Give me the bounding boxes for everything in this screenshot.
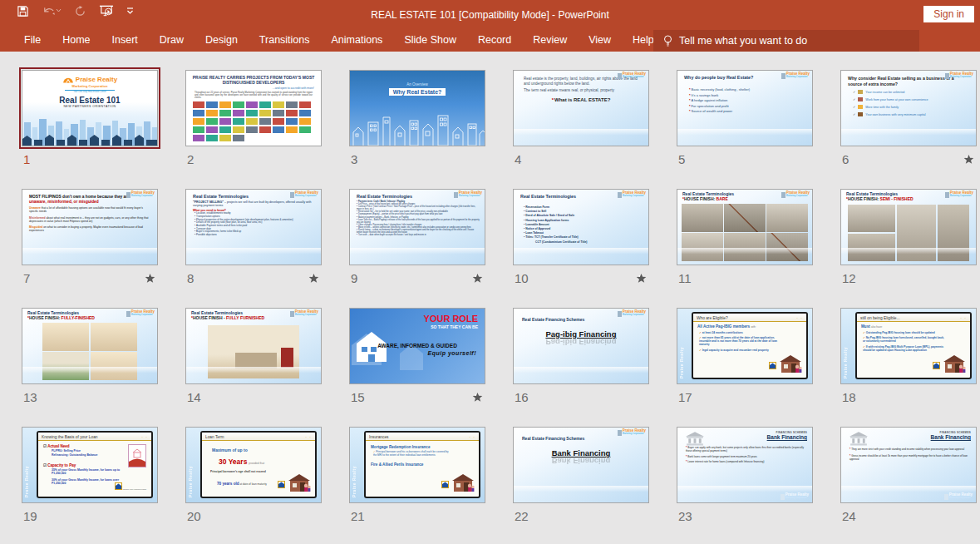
photo: [682, 204, 723, 232]
brand-sub: Marketing Corporation: [623, 195, 646, 198]
section-title: Actual Need: [47, 444, 70, 448]
slide-thumbnail-19[interactable]: Praise Realty Knowing the Basis of your …: [22, 427, 158, 503]
para-text: that a lot of affordable housing options…: [29, 206, 143, 213]
briefcase-icon: [858, 112, 863, 116]
praise-realty-mini-logo: Praise RealtyMarketing Corporation: [945, 191, 973, 198]
brand-sub: Marketing Corporation: [22, 85, 157, 89]
slide-thumbnail-2[interactable]: PRAISE REALTY CARRIES PROJECTS FROM TODA…: [185, 70, 322, 146]
status-text: FULLY-FINISHED: [62, 315, 95, 320]
item-text: Outstanding Pag-IBIG housing loan should…: [866, 331, 935, 334]
slide-thumbnail-11[interactable]: Praise RealtyMarketing Corporation Real …: [677, 189, 813, 265]
slide-thumbnail-4[interactable]: Praise RealtyMarketing Corporation Real …: [513, 70, 649, 146]
start-from-beginning-button[interactable]: [99, 4, 114, 17]
content-panel: Who are Eligible?· · All Active Pag-IBIG…: [692, 312, 808, 379]
photo: [42, 323, 89, 351]
praise-realty-mini-logo: Praise RealtyMarketing Corporation: [944, 493, 973, 500]
tab-insert[interactable]: Insert: [101, 30, 149, 52]
slide-body: Throughout our 22 years of service, Prai…: [195, 91, 313, 100]
house-family-illustration: [778, 354, 803, 374]
bullet: *Source of wealth and power: [689, 109, 812, 113]
slide-line-3: AWARE, INFORMED & GUIDED: [350, 343, 485, 349]
bullet-marker: •: [524, 219, 524, 222]
slide-thumbnail-6[interactable]: Praise RealtyMarketing Corporation Why c…: [840, 70, 977, 146]
tab-file[interactable]: File: [13, 30, 52, 52]
undo-button[interactable]: [42, 5, 62, 17]
slide-thumbnail-16[interactable]: Praise RealtyMarketing Corporation Real …: [513, 308, 649, 384]
bullet: •Deed of Absolute Sale / Deed of Sale: [524, 214, 648, 217]
animation-star-icon: [308, 273, 319, 284]
developer-logos-collage: [192, 101, 315, 142]
bullet-text: Gross income should be at least 3x more …: [849, 454, 968, 461]
tab-draw[interactable]: Draw: [149, 30, 195, 52]
slide-thumbnail-5[interactable]: Praise RealtyMarketing Corporation Why d…: [677, 70, 813, 146]
tab-transitions[interactable]: Transitions: [249, 30, 321, 52]
slide-thumbnail-22[interactable]: Praise RealtyMarketing Corporation Real …: [513, 427, 649, 503]
slide-thumbnail-20[interactable]: Praise Realty Loan Term· · Maximum of up…: [185, 427, 322, 503]
lightbulb-icon: [663, 35, 672, 47]
check-item: ✓at least 24 months contributions: [699, 331, 781, 334]
slide-thumbnail-15[interactable]: YOUR ROLE SO THAT THEY CAN BE AWARE, INF…: [349, 308, 485, 384]
slide-thumbnail-1[interactable]: Praise Realty Marketing Corporation Your…: [22, 70, 158, 146]
tab-design[interactable]: Design: [195, 30, 249, 52]
lead-small: also have:: [871, 325, 883, 329]
star-marker: *: [689, 98, 691, 102]
subtitle-text: HOUSE FINISH -: [193, 315, 225, 320]
check-marker: ✓: [863, 331, 865, 334]
red-chair-shape: [281, 348, 293, 368]
tab-review[interactable]: Review: [522, 30, 578, 52]
slide-thumbnail-14[interactable]: Praise RealtyMarketing Corporation Real …: [185, 308, 322, 384]
bullet-marker: •: [524, 235, 524, 239]
building-icon: [618, 430, 622, 436]
powerpoint-window: REAL ESTATE 101 [Compatibility Mode] - P…: [0, 0, 980, 544]
header-ornament: · ·: [469, 434, 475, 439]
tab-home[interactable]: Home: [52, 30, 101, 52]
tab-slide-show[interactable]: Slide Show: [393, 30, 467, 52]
slide-number: 23: [678, 509, 692, 523]
redo-button[interactable]: [74, 5, 86, 17]
praise-realty-mini-logo: Praise RealtyMarketing Corporation: [781, 191, 810, 198]
bullet-text: Possible objections: [196, 233, 217, 236]
tab-view[interactable]: View: [578, 30, 622, 52]
panel-header: Who are Eligible?: [697, 316, 728, 320]
slide-heading: Real Estate Financing Schemes: [522, 317, 648, 322]
star-marker: *: [849, 448, 850, 451]
slide-thumbnail-7[interactable]: Praise RealtyMarketing Corporation MOST …: [22, 189, 158, 265]
save-button[interactable]: [17, 5, 29, 17]
line-3: provided that:: [249, 462, 264, 465]
photo: [938, 205, 969, 261]
tab-record[interactable]: Record: [467, 30, 522, 52]
brand-name: Praise Realty: [76, 77, 117, 83]
ribbon-tabs: File Home Insert Draw Design Transitions…: [0, 30, 980, 52]
slide-thumbnail-13[interactable]: Praise RealtyMarketing Corporation Real …: [22, 308, 158, 384]
customize-qat-button[interactable]: [126, 7, 134, 15]
photo: [91, 323, 137, 351]
slide-thumbnail-21[interactable]: Praise Realty Insurances· · Mortgage Red…: [349, 427, 485, 503]
slide-thumbnail-8[interactable]: Praise RealtyMarketing Corporation Real …: [185, 189, 322, 265]
slide-thumbnail-17[interactable]: Praise Realty Who are Eligible?· · All A…: [677, 308, 813, 384]
building-icon: [454, 192, 458, 198]
tab-animations[interactable]: Animations: [321, 30, 394, 52]
tell-me-box[interactable]: Tell me what you want to do: [653, 30, 919, 52]
slide-number: 17: [678, 390, 692, 404]
slide-thumbnail-9[interactable]: Praise RealtyMarketing Corporation Real …: [349, 189, 485, 265]
slide-number: 21: [351, 509, 365, 523]
bullet: *Bank loans come with longer payment ter…: [686, 456, 804, 459]
family-icon: [858, 105, 863, 109]
sign-in-button[interactable]: Sign in: [923, 6, 974, 22]
brand-sub: Marketing Corporation: [623, 77, 646, 79]
section-title: Capacity to Pay: [47, 463, 76, 467]
praise-realty-mini-logo: Praise RealtyMarketing Corporation: [290, 310, 318, 317]
building-icon: [944, 494, 948, 500]
slide-thumbnail-18[interactable]: Praise Realty still on being Eligible...…: [840, 308, 977, 384]
bullet-text: Turn over – date when buyer accepts the …: [358, 234, 426, 236]
slide-thumbnail-24[interactable]: FINANCING SCHEMES Bank Financing *They a…: [840, 427, 977, 503]
brand-sub: Marketing Corporation: [295, 195, 318, 198]
slide-thumbnail-23[interactable]: FINANCING SCHEMES Bank Financing *Buyer …: [677, 427, 813, 503]
slide-thumbnail-12[interactable]: Praise RealtyMarketing Corporation Real …: [840, 189, 977, 265]
slide-thumbnail-3[interactable]: An Overview Why Real Estate?: [349, 70, 485, 146]
sofa-shape: [235, 353, 277, 368]
slide-thumbnail-10[interactable]: Praise RealtyMarketing Corporation Real …: [513, 189, 649, 265]
slide-subheading: ...and open to accredit with more!: [186, 87, 314, 90]
item-text: at least 24 months contributions: [702, 331, 743, 334]
praise-realty-mini-logo: Praise RealtyMarketing Corporation: [945, 72, 973, 79]
